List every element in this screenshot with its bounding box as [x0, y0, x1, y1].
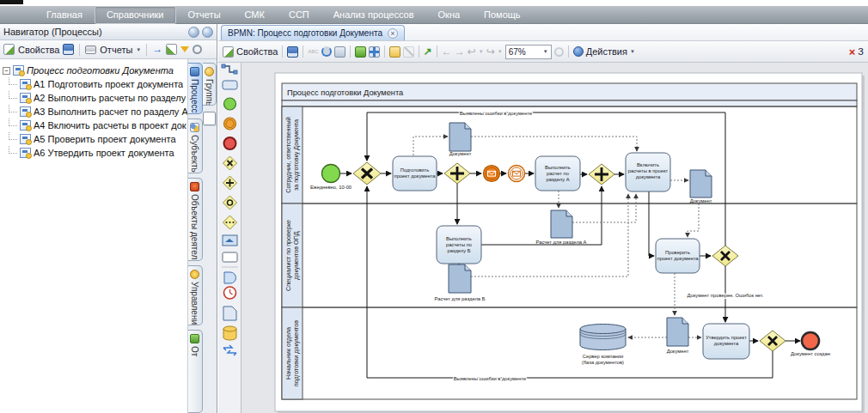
document-1[interactable]: Документ: [449, 123, 472, 156]
actions-caret-icon[interactable]: ▼: [630, 49, 635, 54]
bpmn-document-tab[interactable]: BPMN: Процесс подготовки Документа ×: [221, 25, 405, 40]
sidetab-subekty[interactable]: Субъекты: [188, 118, 203, 173]
palette-collapsed-process-tool[interactable]: [223, 252, 237, 262]
data-store-server[interactable]: Сервер компании (база документов): [580, 325, 626, 365]
auto-layout-icon[interactable]: [321, 46, 332, 57]
reports-dropdown-caret[interactable]: ▼: [136, 47, 141, 52]
properties-icon: [3, 44, 15, 55]
sidetab-gruppy[interactable]: Группы: [203, 63, 217, 106]
pool-subheader: [282, 100, 857, 106]
palette-document-tool[interactable]: [223, 307, 236, 320]
task-calc-section-a[interactable]: Выполнить расчет по разделу А: [535, 156, 580, 191]
close-tab-icon[interactable]: ×: [388, 28, 398, 39]
zoom-caret-icon: ▼: [543, 49, 548, 54]
tree-row-a4[interactable]: А4 Включить расчеты в проект док: [3, 118, 187, 132]
close-diagram-icon[interactable]: ×: [849, 46, 856, 58]
bpmn-tab-title: BPMN: Процесс подготовки Документа: [228, 28, 382, 38]
panel-orb-button-1[interactable]: [188, 27, 199, 38]
properties-icon: [223, 46, 234, 58]
tree-root-label: Процесс подготовки Документа: [27, 65, 174, 76]
menu-smk[interactable]: СМК: [233, 6, 277, 24]
task-prepare-document[interactable]: Подготовить проект документа: [393, 156, 437, 191]
process-icon: [20, 134, 31, 144]
tree-row-a1[interactable]: А1 Подготовить проект документа: [3, 77, 187, 91]
main-menu-bar: Главная Справочники Отчеты СМК ССП Анали…: [0, 6, 868, 24]
refresh-icon[interactable]: [166, 44, 177, 55]
palette-link-arrows-tool[interactable]: [223, 345, 236, 355]
task-label: документа: [714, 341, 739, 346]
menu-ssp[interactable]: ССП: [277, 6, 321, 24]
panel-orb-button-2[interactable]: [202, 27, 213, 38]
export-icon[interactable]: [355, 46, 366, 58]
task-label: расчеты в проект: [628, 168, 669, 173]
menu-glavnaya[interactable]: Главная: [34, 6, 95, 24]
menu-analiz-processov[interactable]: Анализ процессов: [321, 6, 426, 24]
menu-otchety[interactable]: Отчеты: [176, 6, 233, 24]
navigator-header: Навигатор (Процессы): [0, 24, 217, 40]
link-icon[interactable]: [193, 45, 202, 54]
menu-okna[interactable]: Окна: [426, 6, 473, 24]
edit-icon: [403, 46, 414, 58]
document-label: Документ: [667, 349, 689, 354]
palette-start-event-tool[interactable]: [224, 98, 236, 110]
actions-button[interactable]: Действия: [586, 46, 627, 57]
menu-pomosch[interactable]: Помощь: [472, 6, 533, 24]
sidetab-obekty-deyatelnosti[interactable]: Объекты деятельности: [188, 178, 203, 261]
filter-icon[interactable]: [180, 46, 189, 52]
snapshot-icon[interactable]: [334, 46, 345, 58]
palette-parallel-gateway-tool[interactable]: [223, 176, 237, 190]
task-approve-document[interactable]: Утвердить проект документа: [703, 324, 749, 359]
document-3[interactable]: Документ: [667, 318, 689, 354]
pan-mode-icon[interactable]: [369, 46, 380, 58]
save-icon[interactable]: [287, 46, 298, 58]
task-include-calcs[interactable]: Включить расчеты в проект документа: [626, 153, 670, 191]
message-catch-event[interactable]: [509, 166, 525, 182]
new-page-icon[interactable]: [203, 112, 216, 125]
zoom-combo[interactable]: 67% ▼: [505, 45, 552, 59]
task-label: проект документа: [657, 256, 700, 261]
palette-task-tool[interactable]: [223, 81, 237, 89]
menu-spravochniki[interactable]: Справочники: [95, 6, 176, 24]
palette-subprocess-tool[interactable]: [223, 235, 237, 246]
sidetab-label: Управление: [190, 282, 199, 325]
tree-root-row[interactable]: − Процесс подготовки Документа: [3, 64, 187, 77]
palette-intermediate-event-tool[interactable]: [224, 118, 236, 130]
palette-complex-gateway-tool[interactable]: [223, 216, 237, 229]
tree-row-a6[interactable]: А6 Утвердить проект документа: [3, 146, 187, 160]
tree-row-a3[interactable]: А3 Выполнить расчет по разделу А: [3, 105, 187, 118]
go-to-icon[interactable]: →: [152, 44, 162, 55]
palette-inclusive-gateway-tool[interactable]: [223, 196, 237, 210]
subjects-icon: [190, 123, 199, 132]
save-icon[interactable]: [63, 44, 74, 55]
tree-collapse-icon[interactable]: −: [3, 67, 10, 75]
bpmn-properties-button[interactable]: Свойства: [236, 46, 278, 57]
management-icon: [190, 270, 199, 279]
document-label: Документ: [449, 151, 472, 156]
palette-connector-tool[interactable]: [222, 64, 237, 74]
palette-data-store-tool[interactable]: [223, 326, 236, 340]
sidetab-processy[interactable]: Процессы: [188, 63, 203, 114]
palette-exclusive-gateway-tool[interactable]: [223, 156, 237, 170]
open-icon[interactable]: [389, 46, 400, 58]
palette-timer-event-tool[interactable]: [224, 287, 236, 299]
task-calc-section-b[interactable]: Выполнить расчеты по разделу Б: [437, 226, 481, 264]
palette-end-event-tool[interactable]: [224, 137, 236, 149]
task-label: Подготовить: [400, 167, 430, 173]
window-corner-mark: [0, 0, 23, 4]
navigate-icon[interactable]: ↗: [424, 46, 432, 58]
task-label: разделу А: [546, 177, 569, 182]
navigator-properties-button[interactable]: Свойства: [18, 45, 59, 55]
tree-item-label: А3 Выполнить расчет по разделу А: [34, 106, 187, 117]
diagram-canvas[interactable]: Процесс подготовки Документа Сотрудник, …: [241, 63, 868, 413]
palette-annotation-tool[interactable]: [224, 272, 236, 283]
message-throw-event[interactable]: [484, 166, 500, 182]
bpmn-workspace: Процесс подготовки Документа Сотрудник, …: [218, 63, 868, 413]
task-check-document[interactable]: Проверить проект документа: [656, 239, 700, 273]
tree-row-a2[interactable]: А2 Выполнить расчеты по разделу: [3, 91, 187, 105]
sidetab-upravlenie[interactable]: Управление: [188, 265, 203, 325]
navigator-reports-button[interactable]: Отчеты: [100, 45, 132, 55]
toolbar-separator: [419, 46, 419, 58]
document-2[interactable]: Документ: [690, 170, 712, 203]
tree-row-a5[interactable]: А5 Проверить проект документа: [3, 132, 187, 146]
sidetab-otchety[interactable]: От: [188, 330, 203, 413]
